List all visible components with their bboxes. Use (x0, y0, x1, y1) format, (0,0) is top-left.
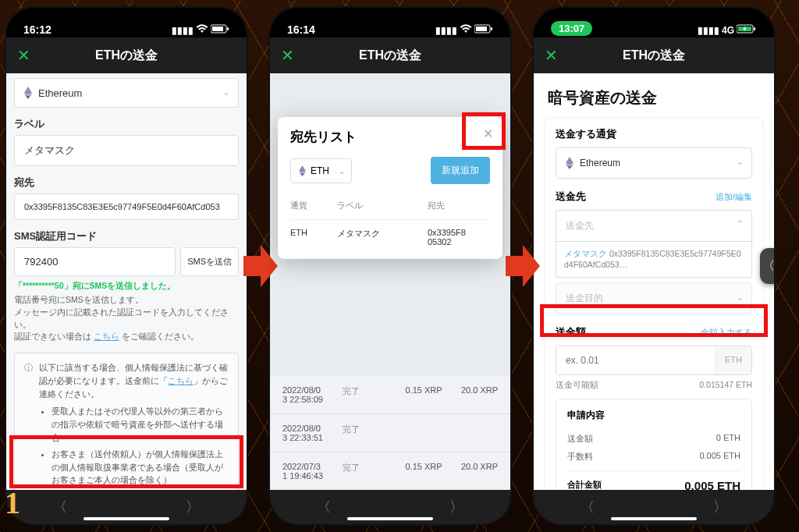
table-row[interactable]: ETH メタマスク 0x3395F8 05302 (290, 220, 490, 254)
content-area: 2022/08/0 3 22:58:09完了0.15 XRP20.0 XRP20… (270, 73, 510, 490)
svg-rect-2 (227, 27, 229, 30)
content-area: 暗号資産の送金 送金する通貨 Ethereum ⌄ 送金先 追加/編集 送金先 … (534, 73, 774, 490)
ethereum-icon (299, 165, 306, 176)
svg-rect-5 (491, 27, 492, 30)
destination-select[interactable]: 送金先 ⌃ (556, 210, 752, 242)
chevron-down-icon: ⌄ (222, 87, 230, 98)
send-sms-button[interactable]: SMSを送信 (180, 247, 239, 276)
info-link[interactable]: こちら (168, 376, 194, 385)
ethereum-icon (566, 157, 574, 169)
signal-icon: ▮▮▮▮ (435, 25, 457, 36)
currency-value: Ethereum (580, 158, 620, 168)
fill-all-link[interactable]: 全額入力する (701, 327, 752, 339)
forward-icon[interactable]: 〉 (713, 498, 727, 516)
destination-input[interactable]: 0x3395F8135C83E3E5c97749F5E0d4F60AfCd053 (14, 193, 239, 220)
phone-screen-3: 13:07 ▮▮▮▮ 4G ✕ ETHの送金 暗号資産の送金 送金する通貨 Et… (534, 8, 774, 524)
sms-help-link[interactable]: こちら (94, 332, 119, 341)
clock: 13:07 (551, 21, 592, 36)
destination-section-label: 送金先 追加/編集 (556, 190, 752, 204)
purpose-select[interactable]: 送金目的 ⌄ (556, 282, 752, 314)
info-disclosure-box: ⓘ 以下に該当する場合、個人情報保護法に基づく確認が必要になります。送金前に「こ… (14, 353, 239, 490)
notch (76, 8, 177, 28)
chevron-down-icon: ⌄ (736, 156, 744, 167)
currency-filter-select[interactable]: ETH ⌄ (290, 158, 352, 183)
home-indicator[interactable] (83, 517, 169, 520)
new-destination-button[interactable]: 新規追加 (431, 157, 490, 184)
signal-icon: ▮▮▮▮ (698, 25, 719, 36)
background-glyph: 1 (5, 484, 20, 521)
battery-icon (211, 24, 229, 36)
close-icon[interactable]: ✕ (281, 46, 294, 65)
sms-code-input[interactable]: 792400 (14, 247, 176, 276)
wifi-icon (196, 24, 208, 36)
arrow-icon (506, 240, 540, 292)
clock: 16:12 (23, 23, 51, 36)
label-input[interactable]: メタマスク (14, 135, 239, 166)
history-row[interactable]: 2022/08/0 3 22:33:51完了 (270, 414, 510, 452)
network-label: 4G (722, 25, 734, 36)
destination-option[interactable]: メタマスク 0x3395F8135C83E3E5c97749F5E0d4F60A… (556, 241, 752, 278)
modal-title: 宛先リスト (290, 128, 490, 146)
home-indicator[interactable] (611, 517, 697, 520)
forward-icon[interactable]: 〉 (449, 498, 463, 516)
summary-box: 申請内容 送金額0 ETH 手数料0.005 ETH 合計金額0.005 ETH (556, 399, 752, 490)
amount-input[interactable] (556, 346, 715, 374)
close-icon[interactable]: ✕ (17, 46, 30, 65)
modal-close-icon[interactable]: ✕ (483, 126, 493, 141)
row-currency: ETH (290, 228, 337, 246)
currency-value: Ethereum (38, 87, 82, 99)
home-indicator[interactable] (347, 517, 433, 520)
back-icon[interactable]: 〈 (581, 498, 595, 516)
history-row[interactable]: 2022/08/0 3 22:58:09完了0.15 XRP20.0 XRP (270, 376, 510, 414)
status-icons: ▮▮▮▮ 4G (698, 24, 757, 36)
destination-option-label: メタマスク (564, 249, 607, 258)
signal-icon: ▮▮▮▮ (172, 25, 194, 36)
ethereum-icon (24, 87, 32, 99)
chevron-up-icon: ⌃ (736, 218, 744, 229)
page-title: ETHの送金 (623, 48, 685, 64)
label-heading: ラベル (14, 117, 239, 131)
chevron-down-icon: ⌄ (737, 293, 744, 303)
history-row[interactable]: 2022/07/3 1 19:46:43完了0.15 XRP20.0 XRP (270, 452, 510, 490)
row-label: メタマスク (337, 228, 428, 246)
status-icons: ▮▮▮▮ (435, 24, 493, 36)
status-icons: ▮▮▮▮ (172, 24, 229, 36)
sms-code-value: 792400 (24, 256, 58, 268)
notch (603, 8, 705, 28)
clock: 16:14 (287, 23, 315, 36)
currency-select[interactable]: Ethereum ⌄ (14, 78, 239, 108)
summary-fee-row: 手数料0.005 ETH (567, 448, 740, 466)
nav-bar: ✕ ETHの送金 (534, 37, 774, 73)
info-icon: ⓘ (24, 361, 33, 490)
back-icon[interactable]: 〈 (53, 498, 67, 516)
edit-destinations-link[interactable]: 追加/編集 (716, 191, 752, 203)
phone-screen-2: 16:14 ▮▮▮▮ ✕ ETHの送金 2022/08/0 3 22:58:09… (270, 8, 510, 524)
page-title: ETHの送金 (95, 48, 158, 64)
info-bullet-1: 受取人またはその代理人等以外の第三者からの指示や依頼で暗号資産を外部へ送付する場… (51, 405, 229, 444)
wifi-icon (460, 24, 472, 36)
svg-rect-4 (476, 27, 487, 31)
destination-value: 0x3395F8135C83E3E5c97749F5E0d4F60AfCd053 (24, 202, 220, 211)
summary-amount-row: 送金額0 ETH (567, 430, 740, 448)
summary-title: 申請内容 (567, 409, 740, 422)
close-icon[interactable]: ✕ (545, 46, 558, 65)
side-toggle-button[interactable]: 〈 (760, 248, 774, 284)
nav-bar: ✕ ETHの送金 (270, 37, 510, 73)
chevron-down-icon: ⌄ (339, 167, 345, 176)
destination-heading: 宛先 (14, 176, 239, 190)
page-title: ETHの送金 (359, 48, 421, 64)
sms-help-text: 電話番号宛にSMSを送信します。 メッセージ内に記載された認証コードを入力してく… (14, 294, 239, 343)
currency-select[interactable]: Ethereum ⌄ (556, 147, 752, 179)
forward-icon[interactable]: 〉 (186, 498, 200, 516)
amount-input-row: ETH (556, 346, 752, 375)
destination-placeholder: 送金先 (566, 220, 594, 231)
purpose-placeholder: 送金目的 (566, 293, 603, 303)
nav-bar: ✕ ETHの送金 (6, 37, 247, 73)
table-header: 通貨ラベル宛先 (290, 192, 490, 220)
summary-total-row: 合計金額0.005 ETH (567, 470, 740, 490)
currency-section-label: 送金する通貨 (556, 127, 752, 141)
back-icon[interactable]: 〈 (317, 498, 331, 516)
sms-sent-note: 「**********50」宛にSMSを送信しました。 (14, 281, 239, 292)
battery-charging-icon (737, 24, 757, 36)
currency-filter-value: ETH (311, 165, 329, 176)
